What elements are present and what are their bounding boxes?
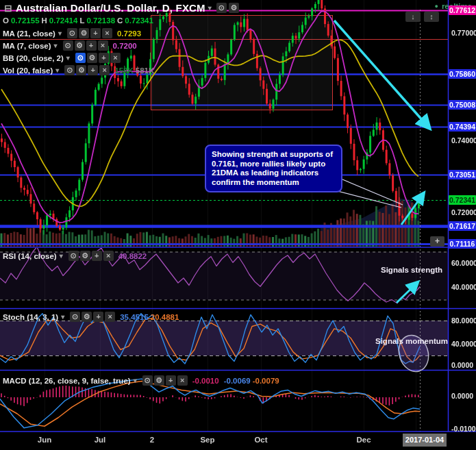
ma21-label[interactable]: MA (21, close) [3,29,55,38]
indicator-controls: ⊙⚙+× [142,375,188,386]
vol-label[interactable]: Vol (20, false) [3,66,53,75]
gear-icon[interactable]: ⚙ [79,28,89,38]
indicator-controls: ⊙⚙+× [75,53,121,63]
price-label: 0.72341 [449,195,476,205]
time-tick-label: Jul [95,436,106,444]
add-icon[interactable]: + [90,28,101,38]
scale-label: 40.0000 [451,283,476,291]
price-label: 0.74394 [449,122,476,132]
eye-icon[interactable]: ⊙ [216,3,227,13]
collapse-pane-icon[interactable]: ⊟ [3,3,14,14]
rsi-label[interactable]: RSI (14, close) [3,252,57,260]
add-icon[interactable]: + [88,65,98,75]
indicator-row-bb: BB (20, close, 2) ▾ ⊙⚙+× [3,53,121,63]
macd-label[interactable]: MACD (12, 26, close, 9, false, true) [3,377,131,385]
close-icon[interactable]: × [105,312,115,322]
add-icon[interactable]: + [93,312,103,322]
ohlc-row: O 0.72155 H 0.72414 L 0.72138 C 0.72341 [3,16,153,25]
eye-icon[interactable]: ⊙ [68,251,79,261]
indicator-row-macd: MACD (12, 26, close, 9, false, true) ▾ ⊙… [3,375,279,386]
indicator-row-ma21: MA (21, close) ▾ ⊙⚙+× 0.7293 [3,28,141,38]
resize-pane-button[interactable]: ↕ [424,12,439,22]
indicator-row-stoch: Stoch (14, 3, 1) ▾ ⊙⚙+× 35.4515 20.4881 [3,312,179,322]
stoch-d-value: 20.4881 [151,313,179,321]
price-label: 0.75008 [449,100,476,110]
chevron-down-icon[interactable]: ▾ [61,313,64,321]
ma21-value: 0.7293 [117,29,141,38]
eye-icon[interactable]: ⊙ [142,375,153,386]
stoch-label[interactable]: Stoch (14, 3, 1) [3,313,58,321]
time-tick-label: Sep [200,436,214,444]
indicator-row-rsi: RSI (14, close) ▾ ⊙⚙+× 40.8822 [3,251,147,261]
chevron-down-icon[interactable]: ▾ [54,42,58,49]
add-alert-button[interactable]: + [430,236,444,247]
annotation-signals-momentum[interactable]: Signals momentum [375,337,448,345]
annotation-signals-strength[interactable]: Signals strength [381,266,442,274]
chevron-down-icon[interactable]: ▾ [60,252,63,260]
high-label: H [42,16,47,25]
add-icon[interactable]: + [86,40,97,51]
add-icon[interactable]: + [92,251,102,261]
open-value: 0.72155 [11,16,40,25]
add-icon[interactable]: + [166,375,176,386]
close-icon[interactable]: × [177,375,188,386]
indicator-controls: ⊙⚙+× [70,312,115,322]
close-label: C [117,16,123,25]
price-label: 0.73051 [449,170,476,179]
indicator-row-ma7: MA (7, close) ▾ ⊙⚙+× 0.7200 [3,40,137,51]
close-icon[interactable]: × [99,65,110,75]
eye-icon[interactable]: ⊙ [70,312,80,322]
gear-icon[interactable]: ⚙ [75,40,85,51]
high-value: 0.72414 [49,16,78,25]
bb-label[interactable]: BB (20, close, 2) [3,54,64,62]
ma7-value: 0.7200 [113,42,137,50]
chevron-down-icon[interactable]: ▾ [208,4,212,12]
chevron-down-icon[interactable]: ▾ [58,29,62,37]
gear-icon[interactable]: ⚙ [82,312,92,322]
gear-icon[interactable]: ⚙ [87,53,97,63]
move-pane-down-button[interactable]: ↓ [405,12,421,22]
close-icon[interactable]: × [110,53,121,63]
gear-icon[interactable]: ⚙ [154,375,164,386]
chevron-down-icon[interactable]: ▾ [66,54,70,62]
open-label: O [3,16,9,25]
scale-label: 0.0000 [451,361,473,369]
price-label: 0.71617 [449,221,476,231]
indicator-controls: ⊙⚙+× [64,65,110,75]
chart-header: ⊟ Australian Dollar/U.S. Dollar, D, FXCM… [3,2,239,14]
scale-label: 0.0000 [451,392,473,400]
eye-icon[interactable]: ⊙ [64,65,75,75]
close-icon[interactable]: × [102,28,112,38]
rsi-value: 40.8822 [118,252,147,260]
close-icon[interactable]: × [98,40,108,51]
time-tick-label: Oct [254,436,267,444]
gear-icon[interactable]: ⚙ [229,3,239,13]
indicator-controls: ⊙⚙+× [68,251,114,261]
stoch-k-value: 35.4515 [120,313,149,321]
scale-label: 40.0000 [451,340,476,348]
chevron-down-icon[interactable]: ▾ [134,377,137,384]
indicator-controls: ⊙⚙+× [67,28,112,38]
eye-icon[interactable]: ⊙ [75,53,86,63]
macd-hist-value: -0.0010 [192,377,219,385]
chevron-down-icon[interactable]: ▾ [55,66,59,74]
annotation-note[interactable]: Showing strength at supports of 0.7161, … [205,145,342,192]
vol-value: 158K [114,66,134,75]
realtime-dot-icon: ● [434,3,438,10]
scale-label: 0.77000 [451,29,476,37]
add-icon[interactable]: + [99,53,109,63]
symbol-title[interactable]: Australian Dollar/U.S. Dollar, D, FXCM [16,2,205,14]
eye-icon[interactable]: ⊙ [63,40,73,51]
time-tick-label: Jun [38,436,51,444]
gear-icon[interactable]: ⚙ [80,251,90,261]
scale-label: 80.0000 [451,316,476,325]
low-value: 0.72138 [86,16,115,25]
price-label: 0.75860 [449,69,476,79]
ma7-label[interactable]: MA (7, close) [3,42,51,50]
indicator-controls: ⊙⚙+× [63,40,108,51]
eye-icon[interactable]: ⊙ [67,28,77,38]
scale-label: -0.0100 [451,425,476,433]
vol-ma-value: 581K [136,66,155,75]
close-icon[interactable]: × [103,251,114,261]
gear-icon[interactable]: ⚙ [76,65,86,75]
